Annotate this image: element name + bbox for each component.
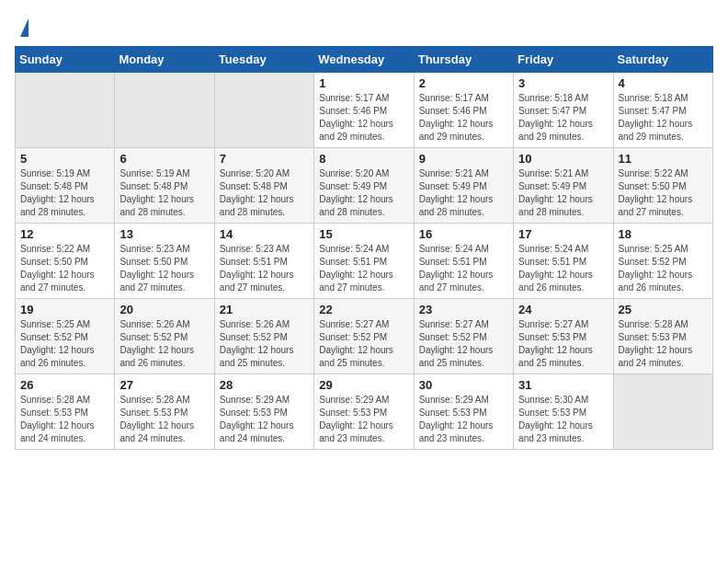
calendar-cell: [16, 73, 115, 148]
page-header: [15, 15, 713, 37]
day-info: Sunrise: 5:18 AM Sunset: 5:47 PM Dayligh…: [619, 92, 708, 144]
calendar-cell: 21Sunrise: 5:26 AM Sunset: 5:52 PM Dayli…: [214, 299, 313, 374]
day-info: Sunrise: 5:22 AM Sunset: 5:50 PM Dayligh…: [20, 243, 109, 294]
week-row-5: 26Sunrise: 5:28 AM Sunset: 5:53 PM Dayli…: [16, 374, 713, 450]
calendar-cell: 19Sunrise: 5:25 AM Sunset: 5:52 PM Dayli…: [16, 299, 115, 374]
day-info: Sunrise: 5:27 AM Sunset: 5:53 PM Dayligh…: [518, 318, 608, 370]
day-number: 21: [220, 303, 309, 316]
calendar-cell: 28Sunrise: 5:29 AM Sunset: 5:53 PM Dayli…: [214, 374, 313, 450]
day-number: 18: [619, 227, 708, 241]
day-info: Sunrise: 5:23 AM Sunset: 5:51 PM Dayligh…: [220, 243, 309, 294]
calendar-cell: 11Sunrise: 5:22 AM Sunset: 5:50 PM Dayli…: [613, 148, 712, 224]
day-number: 30: [419, 378, 508, 392]
day-info: Sunrise: 5:24 AM Sunset: 5:51 PM Dayligh…: [419, 243, 508, 294]
day-number: 9: [419, 152, 508, 166]
day-number: 24: [518, 303, 608, 316]
calendar-cell: 13Sunrise: 5:23 AM Sunset: 5:50 PM Dayli…: [115, 224, 214, 299]
day-info: Sunrise: 5:17 AM Sunset: 5:46 PM Dayligh…: [419, 92, 508, 144]
day-number: 7: [220, 152, 309, 166]
calendar-cell: 10Sunrise: 5:21 AM Sunset: 5:49 PM Dayli…: [514, 148, 613, 224]
calendar-cell: 27Sunrise: 5:28 AM Sunset: 5:53 PM Dayli…: [115, 374, 214, 450]
day-info: Sunrise: 5:28 AM Sunset: 5:53 PM Dayligh…: [20, 394, 109, 445]
logo-triangle-icon: [20, 18, 28, 37]
calendar-cell: 8Sunrise: 5:20 AM Sunset: 5:49 PM Daylig…: [314, 148, 414, 224]
day-number: 11: [619, 152, 708, 166]
day-number: 26: [20, 378, 109, 392]
calendar-cell: 6Sunrise: 5:19 AM Sunset: 5:48 PM Daylig…: [115, 148, 214, 224]
calendar-cell: 29Sunrise: 5:29 AM Sunset: 5:53 PM Dayli…: [314, 374, 414, 450]
calendar-cell: 14Sunrise: 5:23 AM Sunset: 5:51 PM Dayli…: [214, 224, 313, 299]
calendar-cell: 16Sunrise: 5:24 AM Sunset: 5:51 PM Dayli…: [414, 224, 513, 299]
calendar-body: 1Sunrise: 5:17 AM Sunset: 5:46 PM Daylig…: [16, 73, 713, 450]
calendar-cell: 23Sunrise: 5:27 AM Sunset: 5:52 PM Dayli…: [414, 299, 513, 374]
day-number: 28: [220, 378, 309, 392]
weekday-header-monday: Monday: [115, 47, 214, 73]
calendar-cell: 15Sunrise: 5:24 AM Sunset: 5:51 PM Dayli…: [314, 224, 414, 299]
day-info: Sunrise: 5:27 AM Sunset: 5:52 PM Dayligh…: [319, 318, 408, 370]
day-number: 17: [518, 227, 608, 241]
calendar-header: SundayMondayTuesdayWednesdayThursdayFrid…: [16, 47, 713, 73]
calendar-cell: 2Sunrise: 5:17 AM Sunset: 5:46 PM Daylig…: [414, 73, 513, 148]
day-info: Sunrise: 5:23 AM Sunset: 5:50 PM Dayligh…: [119, 243, 209, 294]
calendar-cell: 30Sunrise: 5:29 AM Sunset: 5:53 PM Dayli…: [414, 374, 513, 450]
calendar-cell: [613, 374, 712, 450]
calendar-table: SundayMondayTuesdayWednesdayThursdayFrid…: [15, 46, 713, 450]
calendar-cell: 25Sunrise: 5:28 AM Sunset: 5:53 PM Dayli…: [613, 299, 712, 374]
calendar-cell: 31Sunrise: 5:30 AM Sunset: 5:53 PM Dayli…: [514, 374, 613, 450]
calendar-cell: 7Sunrise: 5:20 AM Sunset: 5:48 PM Daylig…: [214, 148, 313, 224]
day-info: Sunrise: 5:25 AM Sunset: 5:52 PM Dayligh…: [619, 243, 708, 294]
day-info: Sunrise: 5:19 AM Sunset: 5:48 PM Dayligh…: [20, 167, 109, 219]
calendar-cell: 17Sunrise: 5:24 AM Sunset: 5:51 PM Dayli…: [514, 224, 613, 299]
calendar-cell: 18Sunrise: 5:25 AM Sunset: 5:52 PM Dayli…: [613, 224, 712, 299]
calendar-cell: 3Sunrise: 5:18 AM Sunset: 5:47 PM Daylig…: [514, 73, 613, 148]
day-info: Sunrise: 5:26 AM Sunset: 5:52 PM Dayligh…: [119, 318, 209, 370]
day-number: 20: [119, 303, 209, 316]
day-info: Sunrise: 5:20 AM Sunset: 5:49 PM Dayligh…: [319, 167, 408, 219]
day-info: Sunrise: 5:21 AM Sunset: 5:49 PM Dayligh…: [518, 167, 608, 219]
day-info: Sunrise: 5:26 AM Sunset: 5:52 PM Dayligh…: [220, 318, 309, 370]
week-row-4: 19Sunrise: 5:25 AM Sunset: 5:52 PM Dayli…: [16, 299, 713, 374]
week-row-3: 12Sunrise: 5:22 AM Sunset: 5:50 PM Dayli…: [16, 224, 713, 299]
day-number: 12: [20, 227, 109, 241]
day-info: Sunrise: 5:20 AM Sunset: 5:48 PM Dayligh…: [220, 167, 309, 219]
day-number: 5: [20, 152, 109, 166]
day-info: Sunrise: 5:30 AM Sunset: 5:53 PM Dayligh…: [518, 394, 608, 445]
calendar-cell: [214, 73, 313, 148]
weekday-header-thursday: Thursday: [414, 47, 513, 73]
day-number: 25: [619, 303, 708, 316]
day-number: 2: [419, 76, 508, 90]
day-number: 27: [119, 378, 209, 392]
day-info: Sunrise: 5:29 AM Sunset: 5:53 PM Dayligh…: [220, 394, 309, 445]
day-number: 15: [319, 227, 408, 241]
day-number: 14: [220, 227, 309, 241]
weekday-header-tuesday: Tuesday: [214, 47, 313, 73]
day-info: Sunrise: 5:21 AM Sunset: 5:49 PM Dayligh…: [419, 167, 508, 219]
day-number: 8: [319, 152, 408, 166]
weekday-header-sunday: Sunday: [16, 47, 115, 73]
day-info: Sunrise: 5:22 AM Sunset: 5:50 PM Dayligh…: [619, 167, 708, 219]
calendar-cell: 4Sunrise: 5:18 AM Sunset: 5:47 PM Daylig…: [613, 73, 712, 148]
week-row-2: 5Sunrise: 5:19 AM Sunset: 5:48 PM Daylig…: [16, 148, 713, 224]
day-info: Sunrise: 5:28 AM Sunset: 5:53 PM Dayligh…: [619, 318, 708, 370]
day-number: 19: [20, 303, 109, 316]
calendar-cell: [115, 73, 214, 148]
day-info: Sunrise: 5:17 AM Sunset: 5:46 PM Dayligh…: [319, 92, 408, 144]
calendar-cell: 12Sunrise: 5:22 AM Sunset: 5:50 PM Dayli…: [16, 224, 115, 299]
weekday-header-row: SundayMondayTuesdayWednesdayThursdayFrid…: [16, 47, 713, 73]
calendar-cell: 26Sunrise: 5:28 AM Sunset: 5:53 PM Dayli…: [16, 374, 115, 450]
calendar-cell: 9Sunrise: 5:21 AM Sunset: 5:49 PM Daylig…: [414, 148, 513, 224]
day-number: 1: [319, 76, 408, 90]
day-number: 23: [419, 303, 508, 316]
day-number: 13: [119, 227, 209, 241]
calendar-cell: 24Sunrise: 5:27 AM Sunset: 5:53 PM Dayli…: [514, 299, 613, 374]
calendar-cell: 5Sunrise: 5:19 AM Sunset: 5:48 PM Daylig…: [16, 148, 115, 224]
calendar-cell: 1Sunrise: 5:17 AM Sunset: 5:46 PM Daylig…: [314, 73, 414, 148]
day-number: 6: [119, 152, 209, 166]
weekday-header-friday: Friday: [514, 47, 613, 73]
day-info: Sunrise: 5:25 AM Sunset: 5:52 PM Dayligh…: [20, 318, 109, 370]
day-number: 16: [419, 227, 508, 241]
calendar-cell: 20Sunrise: 5:26 AM Sunset: 5:52 PM Dayli…: [115, 299, 214, 374]
day-number: 29: [319, 378, 408, 392]
day-number: 10: [518, 152, 608, 166]
day-number: 31: [518, 378, 608, 392]
